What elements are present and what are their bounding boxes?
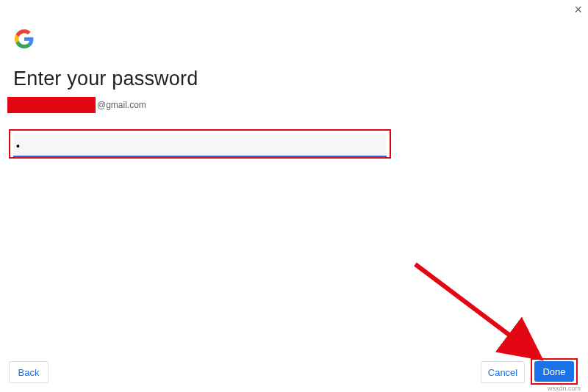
watermark-text: wsxdn.com: [548, 385, 581, 392]
footer-bar: Back Cancel Done: [0, 354, 588, 383]
back-button[interactable]: Back: [9, 361, 49, 383]
done-button[interactable]: Done: [534, 361, 574, 382]
google-logo-icon: [15, 29, 34, 48]
close-icon[interactable]: ×: [574, 3, 582, 16]
password-input[interactable]: [13, 134, 387, 157]
svg-line-0: [415, 264, 540, 358]
cancel-button[interactable]: Cancel: [481, 361, 525, 383]
page-title: Enter your password: [13, 68, 198, 90]
redacted-email-local: [7, 97, 96, 113]
email-domain: @gmail.com: [97, 100, 146, 110]
password-field-highlight: [9, 129, 391, 159]
done-button-highlight: Done: [531, 358, 578, 385]
account-email: @gmail.com: [7, 97, 146, 113]
